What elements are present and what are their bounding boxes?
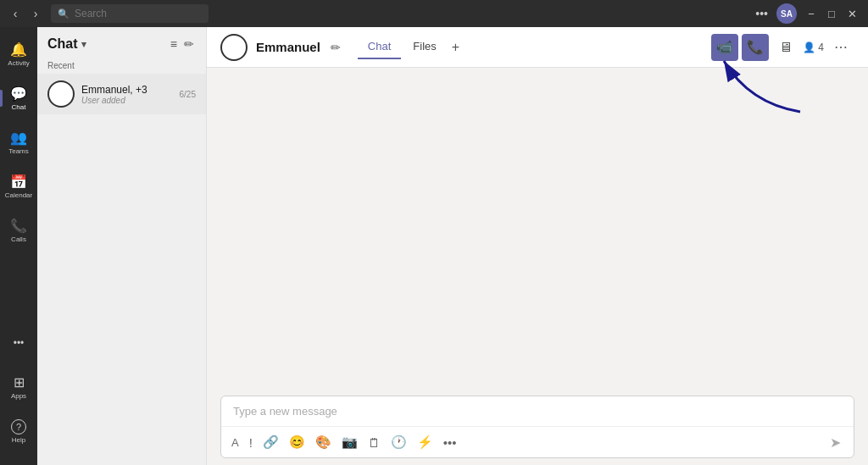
- chat-contact-avatar: [220, 34, 248, 61]
- emoji-button[interactable]: 🔗: [259, 432, 282, 452]
- praise-button[interactable]: ⚡: [414, 432, 437, 452]
- message-input[interactable]: Type a new message: [221, 396, 854, 426]
- chat-list-title: Chat ▾: [47, 36, 86, 52]
- more-dots-icon: ⋯: [834, 39, 848, 55]
- gif-button[interactable]: 😊: [286, 432, 309, 452]
- phone-icon: 📞: [747, 39, 764, 55]
- video-call-button[interactable]: 📹: [711, 34, 738, 61]
- apps-label: Apps: [11, 392, 26, 400]
- calendar-label: Calendar: [5, 191, 32, 199]
- sidebar-item-calls[interactable]: 📞 Calls: [3, 210, 34, 251]
- people-icon: 👤: [803, 42, 815, 53]
- calls-label: Calls: [11, 235, 26, 243]
- help-icon: ?: [11, 419, 26, 435]
- chat-header-right: 📹 📞 🖥 👤 4 ⋯: [711, 34, 854, 61]
- chat-item-time: 6/25: [180, 90, 196, 99]
- more-options-button[interactable]: •••: [752, 5, 771, 22]
- calendar-icon: 📅: [10, 174, 27, 190]
- close-button[interactable]: ✕: [843, 4, 861, 23]
- format-button[interactable]: A: [228, 434, 242, 451]
- calls-icon: 📞: [10, 218, 27, 234]
- window-controls: − □ ✕: [802, 4, 861, 23]
- tab-files[interactable]: Files: [403, 35, 446, 59]
- meet-icon: 📷: [342, 435, 358, 450]
- emoji-icon: 🔗: [263, 435, 279, 450]
- main-content: Emmanuel ✏ Chat Files + 📹 📞 🖥 👤: [207, 27, 868, 465]
- more-header-button[interactable]: ⋯: [827, 34, 854, 61]
- forward-button[interactable]: ›: [27, 5, 44, 22]
- sidebar-item-apps[interactable]: ⊞ Apps: [3, 367, 34, 407]
- nav-buttons: ‹ ›: [7, 5, 44, 22]
- sidebar-item-activity[interactable]: 🔔 Activity: [3, 34, 34, 75]
- send-icon: ➤: [830, 435, 841, 451]
- sticker-icon: 🎨: [315, 435, 331, 450]
- more-toolbar-button[interactable]: •••: [440, 433, 460, 452]
- sidebar-item-teams[interactable]: 👥 Teams: [3, 122, 34, 163]
- chat-list-title-text: Chat: [47, 36, 78, 52]
- meet-button[interactable]: 📷: [338, 432, 361, 452]
- message-area[interactable]: [207, 68, 868, 389]
- chat-tabs: Chat Files +: [358, 35, 463, 59]
- activity-icon: 🔔: [10, 42, 27, 58]
- recent-section-label: Recent: [37, 58, 206, 74]
- search-icon: 🔍: [58, 8, 70, 19]
- more-toolbar-icon: •••: [443, 435, 457, 450]
- format-icon: A: [231, 436, 239, 449]
- apps-icon: ⊞: [14, 374, 25, 390]
- people-count[interactable]: 👤 4: [803, 42, 824, 53]
- chat-chevron-icon: ▾: [81, 39, 86, 50]
- chat-list-item[interactable]: Emmanuel, +3 User added 6/25: [37, 74, 206, 114]
- loop-button[interactable]: 🗒: [364, 433, 384, 452]
- chat-item-info: Emmanuel, +3 User added: [81, 84, 173, 105]
- schedule-icon: 🕐: [391, 435, 407, 450]
- title-bar-right: ••• SA − □ ✕: [752, 3, 861, 24]
- search-input[interactable]: [75, 8, 202, 19]
- search-bar[interactable]: 🔍: [51, 4, 209, 23]
- praise-icon: ⚡: [417, 435, 433, 450]
- message-input-area: Type a new message A ! 🔗 😊 🎨 📷: [220, 396, 854, 458]
- attach-button[interactable]: !: [246, 433, 256, 452]
- sticker-button[interactable]: 🎨: [312, 432, 335, 452]
- teams-icon: 👥: [10, 130, 27, 146]
- sidebar-item-help[interactable]: ? Help: [3, 411, 34, 451]
- send-button[interactable]: ➤: [823, 430, 847, 454]
- minimize-button[interactable]: −: [802, 4, 821, 23]
- edit-contact-button[interactable]: ✏: [329, 39, 342, 56]
- chat-label: Chat: [12, 103, 26, 111]
- audio-call-button[interactable]: 📞: [742, 34, 769, 61]
- gif-icon: 😊: [289, 435, 305, 450]
- chat-item-avatar: [47, 80, 75, 108]
- sidebar-item-calendar[interactable]: 📅 Calendar: [3, 166, 34, 207]
- tab-chat[interactable]: Chat: [358, 35, 401, 59]
- sidebar-item-more[interactable]: •••: [3, 323, 34, 363]
- input-toolbar: A ! 🔗 😊 🎨 📷 🗒: [221, 426, 854, 457]
- add-tab-button[interactable]: +: [448, 36, 463, 58]
- help-label: Help: [12, 436, 25, 444]
- title-bar: ‹ › 🔍 ••• SA − □ ✕: [0, 0, 868, 27]
- sidebar-item-chat[interactable]: 💬 Chat: [3, 78, 34, 119]
- chat-list-header: Chat ▾ ≡ ✏: [37, 27, 206, 58]
- chat-list-panel: Chat ▾ ≡ ✏ Recent Emmanuel, +3 User adde…: [37, 27, 207, 465]
- user-avatar[interactable]: SA: [776, 3, 797, 24]
- video-icon: 📹: [716, 39, 733, 55]
- screen-share-button[interactable]: 🖥: [772, 34, 799, 61]
- sidebar: 🔔 Activity 💬 Chat 👥 Teams 📅 Calendar 📞 C…: [0, 27, 37, 465]
- maximize-button[interactable]: □: [822, 4, 841, 23]
- schedule-button[interactable]: 🕐: [387, 432, 410, 452]
- chat-item-preview: User added: [81, 96, 173, 105]
- activity-label: Activity: [8, 59, 29, 67]
- people-count-label: 4: [818, 42, 824, 53]
- sidebar-bottom: ••• ⊞ Apps ? Help: [3, 323, 34, 458]
- attach-icon: !: [249, 435, 253, 450]
- chat-list-actions: ≡ ✏: [169, 36, 196, 53]
- back-button[interactable]: ‹: [7, 5, 24, 22]
- chat-icon: 💬: [10, 86, 27, 102]
- filter-button[interactable]: ≡: [169, 36, 179, 53]
- title-bar-left: ‹ › 🔍: [7, 4, 209, 23]
- loop-icon: 🗒: [368, 435, 381, 450]
- compose-button[interactable]: ✏: [182, 36, 196, 53]
- main-layout: 🔔 Activity 💬 Chat 👥 Teams 📅 Calendar 📞 C…: [0, 27, 868, 465]
- chat-header: Emmanuel ✏ Chat Files + 📹 📞 🖥 👤: [207, 27, 868, 68]
- more-icon: •••: [14, 337, 25, 349]
- teams-label: Teams: [8, 147, 29, 155]
